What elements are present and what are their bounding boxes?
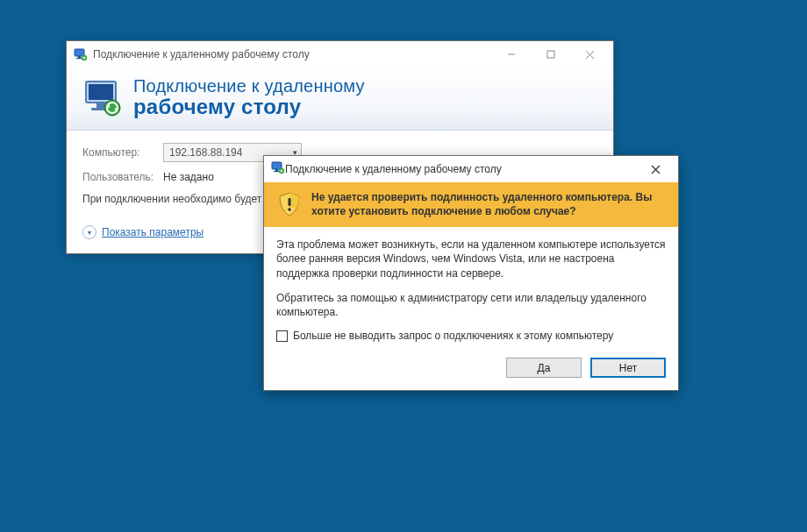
close-button[interactable]	[570, 42, 610, 67]
dialog-warning-text: Не удается проверить подлинность удаленн…	[311, 191, 666, 218]
maximize-button[interactable]	[531, 42, 570, 67]
rdp-header-text: Подключение к удаленному рабочему столу	[133, 76, 365, 119]
show-options-link[interactable]: ▾ Показать параметры	[82, 225, 204, 239]
rdp-monitor-icon	[82, 78, 123, 118]
rdp-app-icon	[74, 47, 88, 61]
chevron-down-circle-icon: ▾	[82, 225, 96, 239]
svg-rect-14	[275, 169, 278, 171]
show-options-label: Показать параметры	[102, 226, 204, 238]
rdp-header-line2: рабочему столу	[133, 95, 365, 119]
auth-warning-dialog: Подключение к удаленному рабочему столу …	[263, 155, 679, 391]
svg-rect-0	[75, 49, 84, 56]
dont-ask-again-checkbox[interactable]: Больше не выводить запрос о подключениях…	[276, 330, 666, 342]
dialog-titlebar: Подключение к удаленному рабочему столу	[264, 156, 678, 182]
dialog-paragraph-2: Обратитесь за помощью к администратору с…	[276, 291, 666, 319]
svg-rect-5	[547, 51, 554, 58]
checkbox-box	[276, 330, 288, 342]
checkbox-label: Больше не выводить запрос о подключениях…	[293, 330, 613, 342]
computer-value: 192.168.88.194	[169, 146, 242, 159]
dialog-button-row: Да Нет	[264, 358, 678, 390]
no-button[interactable]: Нет	[590, 358, 666, 378]
user-label: Пользователь:	[82, 171, 163, 183]
svg-rect-10	[96, 103, 105, 108]
minimize-button[interactable]	[491, 42, 531, 67]
dialog-body: Эта проблема может возникнуть, если на у…	[264, 227, 678, 358]
dialog-paragraph-1: Эта проблема может возникнуть, если на у…	[276, 238, 666, 280]
shield-warning-icon	[276, 191, 303, 217]
rdp-app-icon	[271, 160, 285, 178]
rdp-header-band: Подключение к удаленному рабочему столу	[67, 67, 613, 131]
rdp-header-line1: Подключение к удаленному	[133, 76, 365, 96]
user-value: Не задано	[163, 171, 214, 183]
rdp-window-title: Подключение к удаленному рабочему столу	[93, 48, 491, 60]
window-controls	[491, 42, 610, 67]
dialog-close-button[interactable]	[636, 157, 675, 181]
svg-rect-13	[272, 162, 282, 169]
svg-rect-1	[78, 56, 81, 58]
dialog-warning-band: Не удается проверить подлинность удаленн…	[264, 182, 678, 227]
dialog-title: Подключение к удаленному рабочему столу	[285, 163, 636, 175]
yes-button[interactable]: Да	[506, 358, 582, 378]
svg-rect-9	[89, 84, 113, 100]
svg-point-20	[288, 208, 291, 211]
computer-label: Компьютер:	[82, 146, 163, 159]
svg-rect-19	[289, 198, 291, 206]
rdp-titlebar: Подключение к удаленному рабочему столу	[67, 41, 613, 67]
